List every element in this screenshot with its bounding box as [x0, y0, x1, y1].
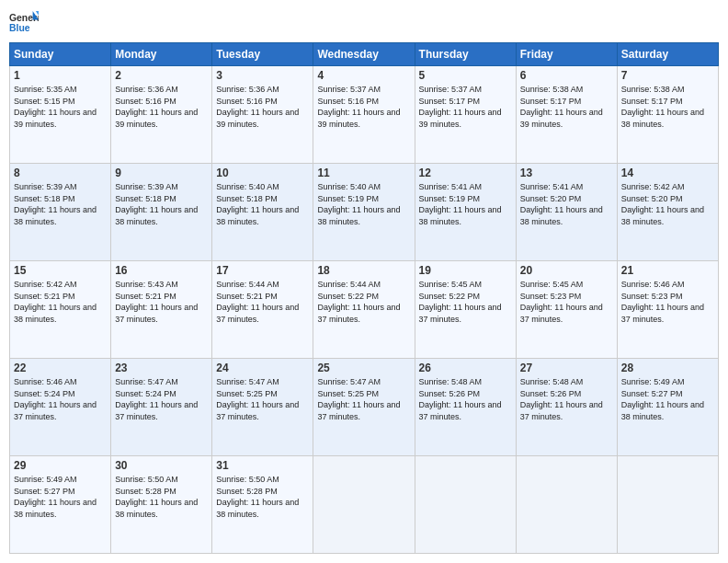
day-number: 31: [216, 459, 309, 472]
day-info: Sunrise: 5:41 AMSunset: 5:19 PMDaylight:…: [419, 182, 502, 226]
day-number: 19: [419, 264, 512, 277]
day-info: Sunrise: 5:44 AMSunset: 5:22 PMDaylight:…: [317, 280, 400, 324]
day-number: 13: [520, 167, 613, 179]
day-number: 20: [520, 264, 613, 277]
calendar-day-header: Monday: [111, 43, 212, 66]
calendar-day-cell: 3 Sunrise: 5:36 AMSunset: 5:16 PMDayligh…: [212, 66, 313, 164]
calendar-day-cell: 18 Sunrise: 5:44 AMSunset: 5:22 PMDaylig…: [313, 261, 415, 359]
day-info: Sunrise: 5:39 AMSunset: 5:18 PMDaylight:…: [14, 182, 97, 226]
day-number: 6: [520, 69, 613, 82]
svg-text:Blue: Blue: [9, 23, 30, 33]
day-number: 26: [419, 362, 512, 374]
day-number: 1: [14, 69, 107, 82]
day-number: 22: [14, 362, 107, 374]
calendar-day-header: Saturday: [617, 43, 718, 66]
day-number: 30: [115, 459, 208, 472]
calendar-day-cell: 31 Sunrise: 5:50 AMSunset: 5:28 PMDaylig…: [212, 456, 313, 554]
day-info: Sunrise: 5:47 AMSunset: 5:24 PMDaylight:…: [115, 377, 198, 421]
day-info: Sunrise: 5:39 AMSunset: 5:18 PMDaylight:…: [115, 182, 198, 226]
day-number: 3: [216, 69, 309, 82]
calendar-day-cell: 6 Sunrise: 5:38 AMSunset: 5:17 PMDayligh…: [516, 66, 617, 164]
day-info: Sunrise: 5:48 AMSunset: 5:26 PMDaylight:…: [419, 377, 502, 421]
header: General Blue: [9, 9, 719, 35]
day-info: Sunrise: 5:49 AMSunset: 5:27 PMDaylight:…: [621, 377, 704, 421]
calendar-week-row: 29 Sunrise: 5:49 AMSunset: 5:27 PMDaylig…: [10, 456, 719, 554]
calendar-day-header: Sunday: [10, 43, 111, 66]
calendar-day-header: Friday: [516, 43, 617, 66]
day-number: 24: [216, 362, 309, 374]
day-number: 11: [317, 167, 410, 179]
day-number: 12: [419, 167, 512, 179]
day-number: 14: [621, 167, 714, 179]
day-number: 9: [115, 167, 208, 179]
calendar-day-cell: 20 Sunrise: 5:45 AMSunset: 5:23 PMDaylig…: [516, 261, 617, 359]
day-info: Sunrise: 5:42 AMSunset: 5:20 PMDaylight:…: [621, 182, 704, 226]
calendar-day-header: Tuesday: [212, 43, 313, 66]
calendar-day-cell: 16 Sunrise: 5:43 AMSunset: 5:21 PMDaylig…: [111, 261, 212, 359]
day-info: Sunrise: 5:46 AMSunset: 5:24 PMDaylight:…: [14, 377, 97, 421]
calendar-week-row: 22 Sunrise: 5:46 AMSunset: 5:24 PMDaylig…: [10, 359, 719, 456]
day-number: 25: [317, 362, 410, 374]
calendar-day-cell: 5 Sunrise: 5:37 AMSunset: 5:17 PMDayligh…: [415, 66, 516, 164]
day-number: 17: [216, 264, 309, 277]
calendar-day-cell: 1 Sunrise: 5:35 AMSunset: 5:15 PMDayligh…: [10, 66, 111, 164]
calendar-day-cell: 24 Sunrise: 5:47 AMSunset: 5:25 PMDaylig…: [212, 359, 313, 456]
calendar-day-header: Thursday: [415, 43, 516, 66]
day-info: Sunrise: 5:43 AMSunset: 5:21 PMDaylight:…: [115, 280, 198, 324]
day-info: Sunrise: 5:45 AMSunset: 5:23 PMDaylight:…: [520, 280, 603, 324]
calendar-table: SundayMondayTuesdayWednesdayThursdayFrid…: [9, 42, 719, 554]
calendar-day-cell: 30 Sunrise: 5:50 AMSunset: 5:28 PMDaylig…: [111, 456, 212, 554]
day-info: Sunrise: 5:45 AMSunset: 5:22 PMDaylight:…: [419, 280, 502, 324]
day-info: Sunrise: 5:41 AMSunset: 5:20 PMDaylight:…: [520, 182, 603, 226]
calendar-day-cell: [415, 456, 516, 554]
calendar-day-cell: 7 Sunrise: 5:38 AMSunset: 5:17 PMDayligh…: [617, 66, 718, 164]
day-info: Sunrise: 5:46 AMSunset: 5:23 PMDaylight:…: [621, 280, 704, 324]
day-info: Sunrise: 5:42 AMSunset: 5:21 PMDaylight:…: [14, 280, 97, 324]
day-number: 23: [115, 362, 208, 374]
calendar-day-cell: 9 Sunrise: 5:39 AMSunset: 5:18 PMDayligh…: [111, 164, 212, 261]
day-number: 28: [621, 362, 714, 374]
calendar-day-cell: 15 Sunrise: 5:42 AMSunset: 5:21 PMDaylig…: [10, 261, 111, 359]
day-info: Sunrise: 5:37 AMSunset: 5:17 PMDaylight:…: [419, 85, 502, 129]
general-blue-logo-icon: General Blue: [9, 9, 39, 35]
day-number: 15: [14, 264, 107, 277]
calendar-day-cell: 19 Sunrise: 5:45 AMSunset: 5:22 PMDaylig…: [415, 261, 516, 359]
calendar-day-cell: 2 Sunrise: 5:36 AMSunset: 5:16 PMDayligh…: [111, 66, 212, 164]
day-info: Sunrise: 5:50 AMSunset: 5:28 PMDaylight:…: [115, 475, 198, 519]
calendar-day-cell: [313, 456, 415, 554]
day-number: 29: [14, 459, 107, 472]
day-info: Sunrise: 5:40 AMSunset: 5:19 PMDaylight:…: [317, 182, 400, 226]
calendar-day-cell: 25 Sunrise: 5:47 AMSunset: 5:25 PMDaylig…: [313, 359, 415, 456]
calendar-day-header: Wednesday: [313, 43, 415, 66]
calendar-day-cell: [516, 456, 617, 554]
day-number: 5: [419, 69, 512, 82]
day-info: Sunrise: 5:40 AMSunset: 5:18 PMDaylight:…: [216, 182, 299, 226]
calendar-day-cell: 21 Sunrise: 5:46 AMSunset: 5:23 PMDaylig…: [617, 261, 718, 359]
day-info: Sunrise: 5:47 AMSunset: 5:25 PMDaylight:…: [317, 377, 400, 421]
calendar-day-cell: 14 Sunrise: 5:42 AMSunset: 5:20 PMDaylig…: [617, 164, 718, 261]
calendar-day-cell: 4 Sunrise: 5:37 AMSunset: 5:16 PMDayligh…: [313, 66, 415, 164]
day-info: Sunrise: 5:50 AMSunset: 5:28 PMDaylight:…: [216, 475, 299, 519]
calendar-day-cell: 22 Sunrise: 5:46 AMSunset: 5:24 PMDaylig…: [10, 359, 111, 456]
calendar-day-cell: 10 Sunrise: 5:40 AMSunset: 5:18 PMDaylig…: [212, 164, 313, 261]
day-number: 27: [520, 362, 613, 374]
calendar-day-cell: 26 Sunrise: 5:48 AMSunset: 5:26 PMDaylig…: [415, 359, 516, 456]
day-info: Sunrise: 5:48 AMSunset: 5:26 PMDaylight:…: [520, 377, 603, 421]
day-info: Sunrise: 5:35 AMSunset: 5:15 PMDaylight:…: [14, 85, 97, 129]
calendar-day-cell: 27 Sunrise: 5:48 AMSunset: 5:26 PMDaylig…: [516, 359, 617, 456]
day-info: Sunrise: 5:36 AMSunset: 5:16 PMDaylight:…: [115, 85, 198, 129]
calendar-day-cell: 29 Sunrise: 5:49 AMSunset: 5:27 PMDaylig…: [10, 456, 111, 554]
calendar-day-cell: 13 Sunrise: 5:41 AMSunset: 5:20 PMDaylig…: [516, 164, 617, 261]
day-info: Sunrise: 5:36 AMSunset: 5:16 PMDaylight:…: [216, 85, 299, 129]
calendar-day-cell: 12 Sunrise: 5:41 AMSunset: 5:19 PMDaylig…: [415, 164, 516, 261]
day-number: 8: [14, 167, 107, 179]
calendar-day-cell: [617, 456, 718, 554]
calendar-header-row: SundayMondayTuesdayWednesdayThursdayFrid…: [10, 43, 719, 66]
day-number: 10: [216, 167, 309, 179]
calendar-week-row: 8 Sunrise: 5:39 AMSunset: 5:18 PMDayligh…: [10, 164, 719, 261]
calendar-week-row: 15 Sunrise: 5:42 AMSunset: 5:21 PMDaylig…: [10, 261, 719, 359]
calendar-day-cell: 17 Sunrise: 5:44 AMSunset: 5:21 PMDaylig…: [212, 261, 313, 359]
day-info: Sunrise: 5:38 AMSunset: 5:17 PMDaylight:…: [520, 85, 603, 129]
day-number: 16: [115, 264, 208, 277]
calendar-day-cell: 23 Sunrise: 5:47 AMSunset: 5:24 PMDaylig…: [111, 359, 212, 456]
